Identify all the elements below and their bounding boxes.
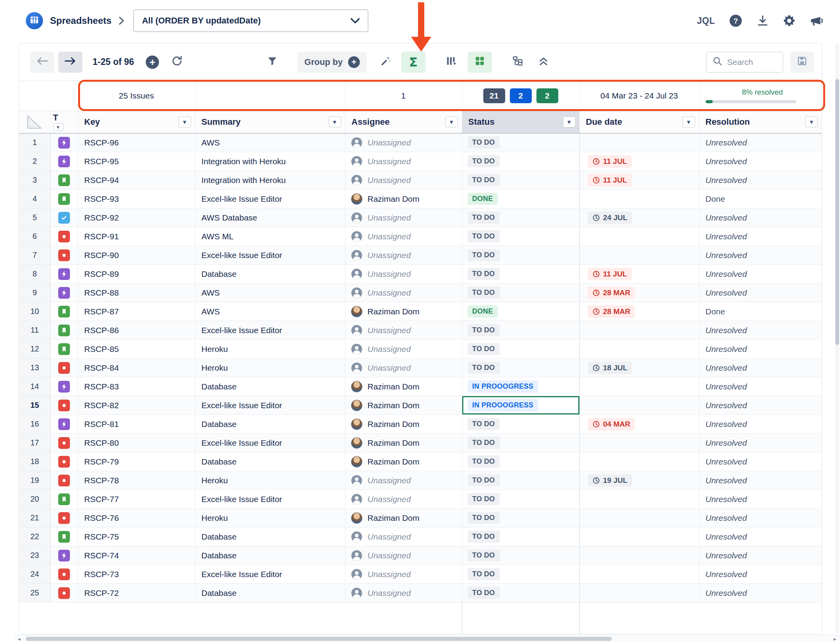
- summary-cell[interactable]: AWS ML: [195, 227, 345, 246]
- search-box[interactable]: [706, 52, 783, 73]
- issue-key-cell[interactable]: RSCP-82: [78, 396, 195, 415]
- resolution-cell[interactable]: Unresolved: [699, 133, 822, 152]
- scroll-right-icon[interactable]: ▸: [830, 635, 840, 642]
- horizontal-scrollbar-thumb[interactable]: [26, 637, 612, 641]
- add-issue-button[interactable]: +: [146, 56, 159, 69]
- due-date-cell[interactable]: 11 JUL: [579, 171, 699, 190]
- status-cell[interactable]: TO DO: [462, 359, 579, 377]
- row-number[interactable]: 23: [19, 546, 50, 565]
- hierarchy-button[interactable]: [508, 52, 527, 73]
- issue-key-cell[interactable]: RSCP-74: [78, 546, 195, 565]
- resolution-cell[interactable]: Unresolved: [699, 359, 822, 377]
- resolution-cell[interactable]: Unresolved: [699, 396, 822, 415]
- summary-cell[interactable]: Excel-like Issue Editor: [195, 434, 345, 452]
- issue-type-cell[interactable]: [50, 133, 78, 152]
- forward-arrow-button[interactable]: [58, 52, 82, 73]
- issue-type-cell[interactable]: [50, 415, 78, 434]
- issue-key-cell[interactable]: RSCP-83: [78, 377, 195, 396]
- summary-cell[interactable]: Database: [195, 584, 345, 603]
- row-number[interactable]: 7: [19, 246, 50, 265]
- status-cell[interactable]: DONE: [462, 302, 579, 321]
- row-number[interactable]: 12: [19, 340, 50, 359]
- assignee-cell[interactable]: Raziman Dom: [345, 396, 462, 415]
- issue-key-cell[interactable]: RSCP-89: [78, 265, 195, 283]
- column-header-due-date[interactable]: Due date▾: [579, 111, 699, 133]
- issue-key-cell[interactable]: RSCP-73: [78, 565, 195, 584]
- issue-type-cell[interactable]: [50, 452, 78, 471]
- issue-key-cell[interactable]: RSCP-95: [78, 152, 195, 171]
- row-number[interactable]: 1: [19, 133, 50, 152]
- download-icon[interactable]: [756, 14, 769, 27]
- status-cell[interactable]: TO DO: [462, 471, 579, 490]
- resolution-cell[interactable]: Unresolved: [699, 265, 822, 283]
- assignee-cell[interactable]: Unassigned: [345, 208, 462, 227]
- row-number[interactable]: 4: [19, 190, 50, 208]
- assignee-cell[interactable]: Raziman Dom: [345, 190, 462, 208]
- announcement-icon[interactable]: [810, 14, 823, 27]
- status-cell[interactable]: TO DO: [462, 133, 579, 152]
- due-date-cell[interactable]: [579, 377, 699, 396]
- jql-button[interactable]: JQL: [697, 16, 715, 26]
- issue-key-cell[interactable]: RSCP-78: [78, 471, 195, 490]
- issue-key-cell[interactable]: RSCP-79: [78, 452, 195, 471]
- resolution-cell[interactable]: Done: [699, 302, 822, 321]
- row-number[interactable]: 21: [19, 509, 50, 527]
- issue-type-cell[interactable]: [50, 471, 78, 490]
- issue-type-cell[interactable]: [50, 171, 78, 190]
- issue-type-cell[interactable]: [50, 152, 78, 171]
- summary-cell[interactable]: Heroku: [195, 359, 345, 377]
- issue-key-cell[interactable]: RSCP-86: [78, 321, 195, 340]
- assignee-cell[interactable]: Unassigned: [345, 321, 462, 340]
- chevron-down-icon[interactable]: ▾: [683, 117, 695, 127]
- assignee-cell[interactable]: Raziman Dom: [345, 415, 462, 434]
- assignee-cell[interactable]: Unassigned: [345, 490, 462, 509]
- issue-key-cell[interactable]: RSCP-81: [78, 415, 195, 434]
- due-date-cell[interactable]: [579, 340, 699, 359]
- refresh-button[interactable]: [168, 52, 186, 73]
- due-date-cell[interactable]: 11 JUL: [579, 152, 699, 171]
- resolution-cell[interactable]: Unresolved: [699, 471, 822, 490]
- row-number[interactable]: 25: [19, 584, 50, 603]
- due-date-cell[interactable]: 18 JUL: [579, 359, 699, 377]
- assignee-cell[interactable]: Unassigned: [345, 283, 462, 302]
- column-header-assignee[interactable]: Assignee▾: [345, 111, 462, 133]
- issue-key-cell[interactable]: RSCP-93: [78, 190, 195, 208]
- issue-type-cell[interactable]: [50, 490, 78, 509]
- status-cell[interactable]: TO DO: [462, 509, 579, 527]
- assignee-cell[interactable]: Unassigned: [345, 227, 462, 246]
- due-date-cell[interactable]: [579, 565, 699, 584]
- summary-cell[interactable]: Database: [195, 546, 345, 565]
- summary-cell[interactable]: Integration with Heroku: [195, 152, 345, 171]
- issue-key-cell[interactable]: RSCP-84: [78, 359, 195, 377]
- issue-key-cell[interactable]: RSCP-92: [78, 208, 195, 227]
- search-input[interactable]: [726, 57, 773, 67]
- due-date-cell[interactable]: [579, 227, 699, 246]
- app-logo[interactable]: [26, 12, 43, 29]
- resolution-cell[interactable]: Unresolved: [699, 283, 822, 302]
- resolution-cell[interactable]: Unresolved: [699, 509, 822, 527]
- assignee-cell[interactable]: Unassigned: [345, 584, 462, 603]
- chevron-down-icon[interactable]: ▾: [53, 123, 63, 131]
- assignee-cell[interactable]: Unassigned: [345, 152, 462, 171]
- status-cell[interactable]: TO DO: [462, 246, 579, 265]
- status-cell[interactable]: TO DO: [462, 490, 579, 509]
- resolution-cell[interactable]: Unresolved: [699, 340, 822, 359]
- status-cell[interactable]: TO DO: [462, 340, 579, 359]
- due-date-cell[interactable]: 28 MAR: [579, 302, 699, 321]
- status-cell[interactable]: TO DO: [462, 546, 579, 565]
- due-date-cell[interactable]: [579, 452, 699, 471]
- summary-cell[interactable]: AWS: [195, 283, 345, 302]
- status-cell[interactable]: TO DO: [462, 171, 579, 190]
- assignee-cell[interactable]: Unassigned: [345, 565, 462, 584]
- status-cell[interactable]: TO DO: [462, 265, 579, 283]
- resolution-cell[interactable]: Unresolved: [699, 527, 822, 546]
- issue-key-cell[interactable]: RSCP-77: [78, 490, 195, 509]
- row-number[interactable]: 20: [19, 490, 50, 509]
- due-date-cell[interactable]: [579, 584, 699, 603]
- resolution-cell[interactable]: Unresolved: [699, 452, 822, 471]
- summary-cell[interactable]: Excel-like Issue Editor: [195, 490, 345, 509]
- row-number[interactable]: 16: [19, 415, 50, 434]
- resolution-cell[interactable]: Unresolved: [699, 377, 822, 396]
- grid-view-button[interactable]: [468, 52, 492, 73]
- due-date-cell[interactable]: 28 MAR: [579, 283, 699, 302]
